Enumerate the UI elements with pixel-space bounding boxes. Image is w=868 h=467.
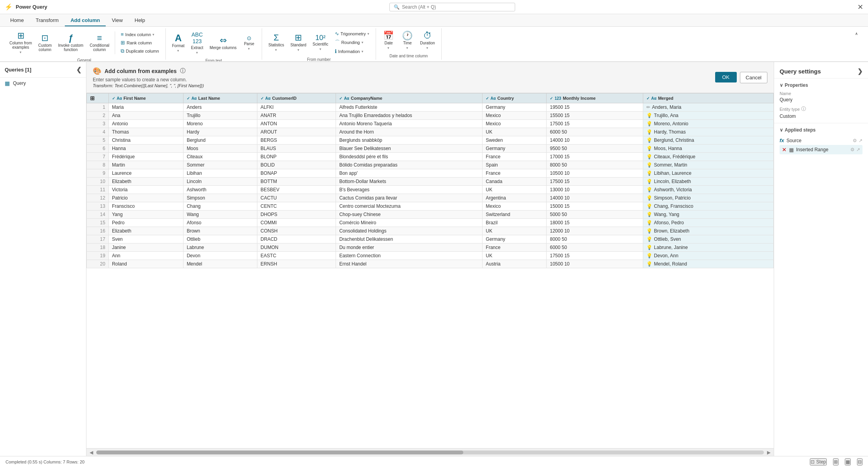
cell-merged[interactable]: 💡 Hardy, Thomas (643, 128, 774, 136)
tab-help[interactable]: Help (129, 15, 151, 26)
search-input[interactable] (402, 4, 511, 10)
table-row[interactable]: 4 Thomas Hardy AROUT Around the Horn UK … (87, 128, 774, 136)
col-header-customerid[interactable]: ✓ Aα CustomerID (257, 93, 336, 103)
help-circle-icon[interactable]: ⓘ (180, 68, 185, 75)
tab-add-column[interactable]: Add column (65, 15, 105, 26)
rounding-button[interactable]: ⌒ Rounding ▾ (332, 38, 372, 47)
status-grid-button3[interactable]: ⊟ (857, 458, 862, 465)
table-row[interactable]: 10 Elizabeth Lincoln BOTTM Bottom-Dollar… (87, 178, 774, 186)
invoke-custom-function-button[interactable]: ƒ Invoke customfunction (56, 32, 86, 53)
step-source-nav-button[interactable]: ↗ (859, 138, 862, 143)
cell-merged[interactable]: 💡 Trujillo, Ana (643, 112, 774, 120)
scientific-button[interactable]: 10² Scientific ▾ (310, 33, 331, 53)
table-row[interactable]: 5 Christina Berglund BERGS Berglunds sna… (87, 136, 774, 145)
parse-button[interactable]: ⊙ Parse ▾ (240, 34, 258, 52)
table-row[interactable]: 11 Victoria Ashworth BESBEV B's Beverage… (87, 186, 774, 194)
table-row[interactable]: 16 Elizabeth Brown CONSH Consolidated Ho… (87, 227, 774, 235)
scroll-left-arrow[interactable]: ◀ (90, 450, 93, 455)
col-header-income[interactable]: ✓ 123 Monthly Income (547, 93, 643, 103)
col-header-country[interactable]: ✓ Aα Country (483, 93, 547, 103)
cell-merged[interactable]: 💡 Labrune, Janine (643, 244, 774, 252)
table-row[interactable]: 15 Pedro Afonso COMMI Comércio Mineiro B… (87, 219, 774, 227)
sidebar-item-query[interactable]: ▦ Query (0, 78, 86, 89)
tab-home[interactable]: Home (5, 15, 29, 26)
cell-merged[interactable]: 💡 Chang, Franscisco (643, 202, 774, 211)
step-inserted-nav-button[interactable]: ↗ (856, 147, 860, 152)
extract-button[interactable]: ABC123 Extract ▾ (189, 30, 206, 56)
table-row[interactable]: 2 Ana Trujillo ANATR Ana Trujillo Emared… (87, 112, 774, 120)
time-button[interactable]: 🕐 Time ▾ (399, 30, 416, 51)
col-header-companyname[interactable]: ✓ Aα CompanyName (336, 93, 483, 103)
sidebar-collapse-button[interactable]: ❮ (76, 66, 81, 73)
cancel-button[interactable]: Cancel (740, 72, 767, 83)
status-grid-button1[interactable]: ⊞ (833, 458, 839, 465)
col-header-merged[interactable]: ✓ Aα Merged (643, 93, 774, 103)
statistics-button[interactable]: Σ Statistics ▾ (266, 32, 286, 53)
cell-merged[interactable]: 💡 Libihan, Laurence (643, 169, 774, 178)
step-source[interactable]: fx Source ⚙ ↗ (780, 136, 862, 145)
cell-merged[interactable]: ✏ Anders, Maria (643, 103, 774, 112)
table-row[interactable]: 9 Laurence Libihan BONAP Bon app' France… (87, 169, 774, 178)
scroll-right-arrow[interactable]: ▶ (767, 450, 771, 455)
rank-column-button[interactable]: ⊞ Rank column (118, 39, 161, 46)
properties-chevron-icon[interactable]: ∨ (780, 82, 783, 88)
tab-view[interactable]: View (106, 15, 128, 26)
table-row[interactable]: 19 Ann Devon EASTC Eastern Connection UK… (87, 252, 774, 260)
table-row[interactable]: 17 Sven Ottlieb DRACD Drachenblut Delika… (87, 235, 774, 244)
data-grid-wrapper[interactable]: ⊞ ✓ Aα First Name ✓ (86, 93, 774, 448)
index-column-button[interactable]: ≡ Index column ▾ (118, 31, 161, 38)
step-status-button[interactable]: ⊡ Step (810, 458, 827, 465)
table-row[interactable]: 7 Frédérique Citeaux BLONP Blondesddsl p… (87, 153, 774, 161)
right-panel-expand-icon[interactable]: ❯ (857, 68, 862, 75)
table-row[interactable]: 3 Antonio Moreno ANTON Antonio Moreno Ta… (87, 120, 774, 128)
cell-merged[interactable]: 💡 Devon, Ann (643, 252, 774, 260)
cell-merged[interactable]: 💡 Moreno, Antonio (643, 120, 774, 128)
table-row[interactable]: 13 Franscisco Chang CENTC Centro comerci… (87, 202, 774, 211)
cell-merged[interactable]: 💡 Brown, Elizabeth (643, 227, 774, 235)
custom-column-button[interactable]: ⊡ Customcolumn (36, 32, 54, 53)
step-inserted-gear-button[interactable]: ⚙ (850, 147, 855, 152)
cell-merged[interactable]: 💡 Ottlieb, Sven (643, 235, 774, 244)
information-button[interactable]: ℹ Information ▾ (332, 48, 372, 55)
cell-merged[interactable]: 💡 Sommer, Martin (643, 161, 774, 169)
cell-merged[interactable]: 💡 Moos, Hanna (643, 145, 774, 153)
col-header-lastname[interactable]: ✓ Aα Last Name (184, 93, 257, 103)
table-row[interactable]: 14 Yang Wang DHOPS Chop-suey Chinese Swi… (87, 211, 774, 219)
table-row[interactable]: 12 Patricio Simpson CACTU Cactus Comidas… (87, 194, 774, 202)
scroll-track[interactable] (96, 451, 764, 454)
cell-merged[interactable]: 💡 Berglund, Christina (643, 136, 774, 145)
cell-merged[interactable]: 💡 Simpson, Patricio (643, 194, 774, 202)
table-row[interactable]: 1 Maria Anders ALFKI Alfreds Futterkiste… (87, 103, 774, 112)
column-from-examples-button[interactable]: ⊞ Column fromexamples ▾ (7, 30, 34, 56)
entity-type-info-icon[interactable]: ⓘ (801, 106, 806, 112)
step-delete-icon[interactable]: ✕ (782, 147, 787, 153)
cell-merged[interactable]: 💡 Lincoln, Elizabeth (643, 178, 774, 186)
table-row[interactable]: 20 Roland Mendel ERNSH Ernst Handel Aust… (87, 260, 774, 268)
status-grid-button2[interactable]: ▦ (845, 458, 851, 465)
table-row[interactable]: 18 Janine Labrune DUMON Du monde entier … (87, 244, 774, 252)
trigonometry-button[interactable]: ∿ Trigonometry ▾ (332, 30, 372, 37)
search-box[interactable]: 🔍 (389, 3, 515, 11)
scroll-thumb[interactable] (96, 451, 463, 454)
ok-button[interactable]: OK (715, 72, 737, 82)
col-header-firstname[interactable]: ✓ Aα First Name (108, 93, 183, 103)
cell-merged[interactable]: 💡 Wang, Yang (643, 211, 774, 219)
duplicate-column-button[interactable]: ⧉ Duplicate column (118, 47, 161, 55)
step-source-gear-button[interactable]: ⚙ (853, 138, 857, 143)
table-settings-icon[interactable]: ⊞ (90, 95, 95, 101)
cell-merged[interactable]: 💡 Mendel, Roland (643, 260, 774, 268)
table-row[interactable]: 6 Hanna Moos BLAUS Blauer See Delikatess… (87, 145, 774, 153)
duration-button[interactable]: ⏱ Duration ▾ (418, 30, 437, 51)
close-button[interactable]: ✕ (857, 3, 863, 11)
cell-merged[interactable]: 💡 Afonso, Pedro (643, 219, 774, 227)
collapse-ribbon-button[interactable]: ∧ (848, 28, 865, 37)
tab-transform[interactable]: Transform (30, 15, 64, 26)
table-row[interactable]: 8 Martin Sommer BOLID Bólido Comidas pre… (87, 161, 774, 169)
cell-merged[interactable]: 💡 Citeaux, Frédérique (643, 153, 774, 161)
date-button[interactable]: 📅 Date ▾ (380, 30, 397, 51)
cell-merged[interactable]: 💡 Ashworth, Victoria (643, 186, 774, 194)
step-inserted-range[interactable]: ✕ ▦ Inserted Range ⚙ ↗ (780, 145, 862, 154)
standard-button[interactable]: ⊞ Standard ▾ (288, 32, 309, 53)
applied-steps-chevron-icon[interactable]: ∨ (780, 127, 783, 133)
merged-edit-icon[interactable]: ✏ (646, 104, 650, 110)
